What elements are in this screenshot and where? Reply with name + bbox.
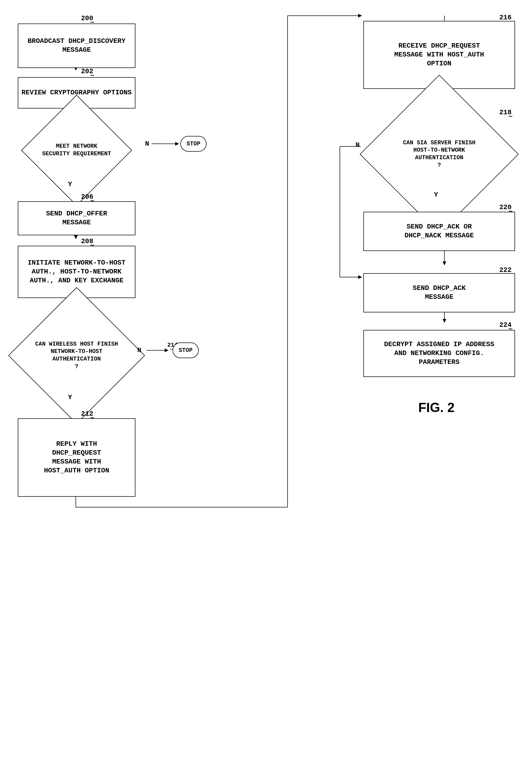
figure-label: FIG. 2 [418, 400, 455, 415]
svg-marker-9 [74, 235, 78, 239]
n-label-210: N [137, 346, 141, 354]
diamond-218: CAN SIA SERVER FINISH HOST-TO-NETWORK AU… [363, 114, 515, 195]
n-label-204: N [145, 140, 149, 148]
svg-marker-32 [358, 275, 362, 279]
box-220: SEND DHCP_ACK OR DHCP_NACK MESSAGE [363, 212, 515, 251]
y-label-210: Y [68, 393, 72, 401]
box-212: REPLY WITH DHCP_REQUEST MESSAGE WITH HOS… [18, 418, 135, 497]
box-200: BROADCAST DHCP_DISCOVERY MESSAGE [18, 24, 135, 68]
n-label-218: N [356, 141, 360, 149]
svg-marker-5 [175, 142, 179, 146]
stop-204: STOP [180, 136, 207, 152]
box-222: SEND DHCP_ACK MESSAGE [363, 273, 515, 312]
box-206: SEND DHCP_OFFER MESSAGE [18, 201, 135, 235]
y-label-218: Y [434, 191, 438, 199]
box-224: DECRYPT ASSIGNED IP ADDRESS AND NETWORKI… [363, 330, 515, 377]
svg-marker-20 [358, 14, 362, 18]
diamond-210: CAN WIRELESS HOST FINISH NETWORK-TO-HOST… [18, 311, 135, 400]
svg-marker-13 [165, 348, 169, 352]
diagram-container: 200 ~ BROADCAST DHCP_DISCOVERY MESSAGE 2… [0, 0, 532, 772]
stop-210: STOP [173, 342, 199, 358]
svg-marker-34 [443, 319, 446, 323]
svg-marker-29 [443, 261, 446, 265]
diamond-204: MEET NETWORK SECURITY REQUIREMENT [18, 119, 135, 182]
y-label-204: Y [68, 180, 72, 188]
